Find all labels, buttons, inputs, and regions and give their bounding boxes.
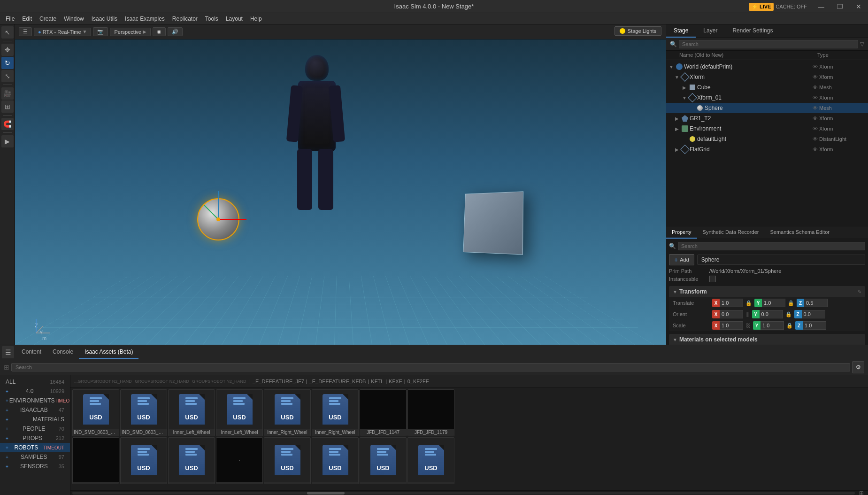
vis-defaultlight[interactable]: 👁 bbox=[811, 135, 819, 143]
audio-button[interactable]: 🔊 bbox=[168, 27, 183, 36]
transform-section-header[interactable]: ▼ Transform ✎ bbox=[669, 286, 865, 297]
menu-create[interactable]: Create bbox=[36, 15, 60, 23]
props-add-button[interactable]: + Add bbox=[669, 254, 694, 265]
orient-x-input[interactable] bbox=[720, 310, 743, 318]
menu-tools[interactable]: Tools bbox=[201, 15, 222, 23]
viewport[interactable]: Z Y m bbox=[15, 39, 666, 345]
menu-layout[interactable]: Layout bbox=[222, 15, 246, 23]
tab-isaac-assets[interactable]: Isaac Assets (Beta) bbox=[79, 345, 138, 359]
expand-defaultlight[interactable] bbox=[681, 136, 688, 142]
asset-item-ind-smd-0603-b-h08-kfdf[interactable]: IND_SMD_0603_B_H08 0_KFDF bbox=[72, 389, 119, 436]
vis-environment[interactable]: 👁 bbox=[811, 124, 819, 133]
orient-z-input[interactable] bbox=[802, 310, 825, 318]
asset-item-inner-right-wheel-1[interactable]: Inner_Right_Wheel bbox=[264, 389, 311, 436]
tree-row-defaultlight[interactable]: defaultLight 👁 DistantLight bbox=[666, 134, 868, 144]
tab-semantics-schema-editor[interactable]: Semantics Schema Editor bbox=[764, 226, 835, 239]
translate-y-input[interactable] bbox=[762, 299, 785, 307]
display-button[interactable]: ◉ bbox=[153, 27, 166, 36]
menu-window[interactable]: Window bbox=[60, 15, 88, 23]
tool-select[interactable]: ↖ bbox=[1, 26, 14, 39]
asset-item-row2-4[interactable]: · bbox=[216, 437, 263, 484]
tree-row-environment[interactable]: ▶ Environment 👁 Xform bbox=[666, 124, 868, 134]
tab-render-settings[interactable]: Render Settings bbox=[725, 24, 780, 38]
tree-row-xform01[interactable]: ▼ Xform_01 👁 Xform bbox=[666, 93, 868, 103]
vis-xform01[interactable]: 👁 bbox=[811, 93, 819, 102]
asset-item-row2-6[interactable] bbox=[312, 437, 359, 484]
tool-play[interactable]: ▶ bbox=[1, 135, 14, 147]
tool-grid[interactable]: ⊞ bbox=[1, 101, 14, 113]
bottom-toolbar-btn[interactable]: ☰ bbox=[2, 346, 14, 358]
scale-z-input[interactable] bbox=[803, 321, 826, 330]
translate-z-input[interactable] bbox=[804, 299, 828, 307]
cat-materials[interactable]: + MATERIALS bbox=[0, 415, 70, 424]
close-button[interactable]: ✕ bbox=[849, 0, 868, 13]
vis-flatgrid[interactable]: 👁 bbox=[811, 145, 819, 154]
asset-item-row2-2[interactable] bbox=[120, 437, 167, 484]
props-search-input[interactable] bbox=[678, 242, 865, 250]
tree-row-cube[interactable]: ▶ Cube 👁 Mesh bbox=[666, 82, 868, 93]
cat-40[interactable]: + 4.0 10929 bbox=[0, 387, 70, 396]
tree-search-input[interactable] bbox=[679, 40, 858, 48]
tree-filter-icon[interactable]: ▽ bbox=[860, 41, 864, 47]
asset-item-row2-5[interactable] bbox=[264, 437, 311, 484]
cat-props[interactable]: + PROPS 212 bbox=[0, 433, 70, 443]
tree-row-xform[interactable]: ▼ Xform 👁 Xform bbox=[666, 72, 868, 82]
tool-move[interactable]: ✥ bbox=[1, 44, 14, 56]
scale-lock[interactable]: ⛓ bbox=[745, 323, 751, 328]
menu-isaac-examples[interactable]: Isaac Examples bbox=[121, 15, 169, 23]
asset-item-ind-smd-0603-b-h08-kfjc[interactable]: IND_SMD_0603_B_H08 0_KFjC bbox=[120, 389, 167, 436]
translate-lock[interactable]: 🔒 bbox=[745, 300, 752, 306]
vis-xform[interactable]: 👁 bbox=[811, 73, 819, 81]
expand-xform[interactable]: ▼ bbox=[674, 74, 680, 80]
asset-item-row2-7[interactable] bbox=[360, 437, 407, 484]
tree-row-gr1t2[interactable]: ▶ GR1_T2 👁 Xform bbox=[666, 113, 868, 124]
transform-section-edit-icon[interactable]: ✎ bbox=[858, 289, 861, 294]
cat-robots[interactable]: + ROBOTS TIMEOUT bbox=[0, 443, 70, 452]
expand-sphere[interactable] bbox=[689, 105, 695, 111]
menu-edit[interactable]: Edit bbox=[18, 15, 36, 23]
minimize-button[interactable]: — bbox=[812, 0, 830, 13]
asset-item-inner-left-wheel-1[interactable]: Inner_Left_Wheel bbox=[168, 389, 215, 436]
expand-xform01[interactable]: ▼ bbox=[681, 94, 688, 101]
tree-row-world[interactable]: ▼ World (defaultPrim) 👁 Xform bbox=[666, 62, 868, 72]
expand-flatgrid[interactable]: ▶ bbox=[674, 146, 680, 153]
expand-world[interactable]: ▼ bbox=[668, 63, 675, 70]
asset-item-row2-1[interactable] bbox=[72, 437, 119, 484]
scale-x-input[interactable] bbox=[720, 321, 743, 330]
asset-item-row2-8[interactable] bbox=[407, 437, 454, 484]
tab-layer[interactable]: Layer bbox=[696, 24, 725, 38]
tool-snap[interactable]: 🧲 bbox=[1, 118, 14, 130]
asset-item-jfd-1179[interactable]: JFD_JFD_1179 bbox=[407, 389, 454, 436]
perspective-button[interactable]: Perspective ▶ bbox=[110, 28, 150, 36]
asset-item-jfd-1147[interactable]: JFD_JFD_1147 bbox=[360, 389, 407, 436]
vis-world[interactable]: 👁 bbox=[811, 62, 819, 71]
render-mode-button[interactable]: ● RTX - Real-Time ▼ bbox=[34, 28, 91, 36]
scroll-thumb-horizontal[interactable] bbox=[307, 492, 345, 495]
asset-settings-button[interactable]: ⚙ bbox=[852, 361, 864, 373]
tab-console[interactable]: Console bbox=[47, 345, 79, 359]
viewport-menu-button[interactable]: ☰ bbox=[19, 27, 32, 36]
asset-search-input[interactable] bbox=[11, 363, 850, 371]
grid-view-icon[interactable]: ⊞ bbox=[859, 490, 864, 495]
menu-file[interactable]: File bbox=[2, 15, 18, 23]
camera-button[interactable]: 📷 bbox=[93, 27, 108, 36]
expand-cube[interactable]: ▶ bbox=[681, 84, 688, 91]
asset-item-inner-right-wheel-2[interactable]: Inner_Right_Wheel bbox=[312, 389, 359, 436]
maximize-button[interactable]: ❐ bbox=[830, 0, 849, 13]
orient-y-input[interactable] bbox=[760, 310, 783, 318]
tab-property[interactable]: Property bbox=[666, 226, 697, 239]
asset-scrollbar[interactable]: ⊞ bbox=[70, 490, 868, 495]
tool-rotate[interactable]: ↻ bbox=[1, 57, 14, 69]
tree-row-flatgrid[interactable]: ▶ FlatGrid 👁 Xform bbox=[666, 144, 868, 155]
cat-isaaclab[interactable]: + ISAACLAB 47 bbox=[0, 405, 70, 415]
cube-object[interactable] bbox=[463, 191, 523, 255]
vis-cube[interactable]: 👁 bbox=[811, 83, 819, 92]
cat-sensors[interactable]: + SENSORS 35 bbox=[0, 462, 70, 471]
tab-stage[interactable]: Stage bbox=[666, 24, 696, 38]
cat-samples[interactable]: + SAMPLES 97 bbox=[0, 452, 70, 462]
cat-all[interactable]: ALL 16484 bbox=[0, 377, 70, 387]
menu-replicator[interactable]: Replicator bbox=[169, 15, 201, 23]
cat-people[interactable]: + PEOPLE 70 bbox=[0, 424, 70, 433]
expand-environment[interactable]: ▶ bbox=[674, 125, 680, 132]
tool-scale[interactable]: ⤡ bbox=[1, 70, 14, 82]
